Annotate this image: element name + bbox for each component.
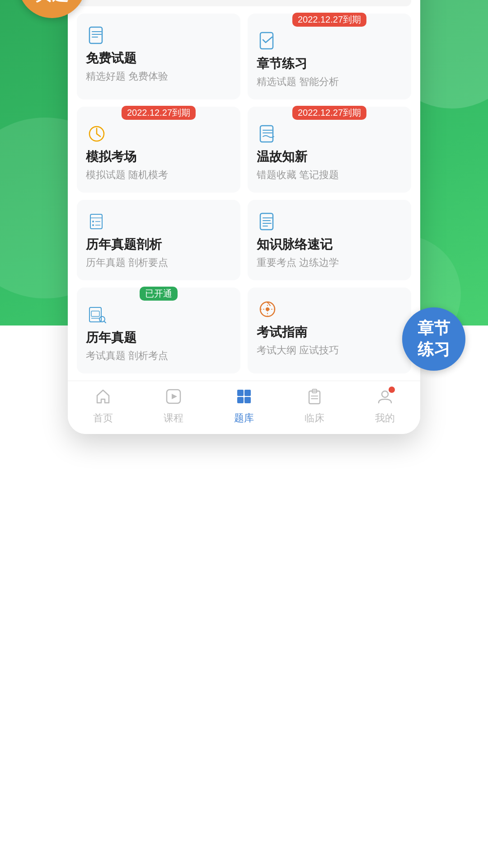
clipboard-list-icon <box>306 388 323 409</box>
past-analysis-icon <box>86 211 108 232</box>
knowledge-desc: 重要考点 边练边学 <box>257 256 402 269</box>
svg-rect-50 <box>244 390 251 396</box>
nav-questions[interactable]: 题库 <box>209 388 279 425</box>
nav-home[interactable]: 首页 <box>68 388 138 425</box>
chapter-title: 章节练习 <box>257 55 402 72</box>
nav-course[interactable]: 课程 <box>138 388 209 425</box>
nav-mine[interactable]: 我的 <box>350 388 420 425</box>
play-icon <box>165 388 182 409</box>
chapter-desc: 精选试题 智能分析 <box>257 75 402 89</box>
user-icon <box>377 388 393 409</box>
feature-grid: 免费试题 精选好题 免费体验 2022.12.27到期 章节练习 精选试题 智能… <box>68 6 420 381</box>
svg-line-22 <box>97 134 100 137</box>
feature-card-chapter[interactable]: 2022.12.27到期 章节练习 精选试题 智能分析 <box>248 14 411 99</box>
svg-rect-52 <box>244 397 251 403</box>
past-exam-title: 历年真题 <box>86 329 231 346</box>
svg-rect-23 <box>260 126 273 142</box>
past-exam-icon <box>86 304 108 326</box>
chapter-badge: 2022.12.27到期 <box>292 13 366 27</box>
feature-card-past-exam[interactable]: 已开通 历年真题 考试真题 剖析考点 <box>77 288 240 373</box>
mock-title: 模拟考场 <box>86 148 231 165</box>
nav-mine-label: 我的 <box>375 411 395 425</box>
past-analysis-title: 历年真题剖析 <box>86 236 231 253</box>
svg-rect-32 <box>260 213 273 230</box>
nav-course-label: 课程 <box>164 411 183 425</box>
nav-clinic-label: 临床 <box>305 411 324 425</box>
svg-rect-15 <box>89 27 102 43</box>
past-analysis-desc: 历年真题 剖析要点 <box>86 256 231 269</box>
app-card: 护理学(护师)-全程特惠班 ∨ <box>68 0 420 434</box>
nav-home-label: 首页 <box>93 411 113 425</box>
svg-marker-48 <box>172 394 177 399</box>
feature-card-review[interactable]: 2022.12.27到期 温故知新 错题收藏 笔记搜题 <box>248 107 411 193</box>
knowledge-icon <box>257 211 278 232</box>
mock-badge: 2022.12.27到期 <box>122 106 196 120</box>
feature-card-knowledge[interactable]: 知识脉络速记 重要考点 边练边学 <box>248 200 411 280</box>
review-icon <box>257 123 278 145</box>
grid-icon <box>236 388 252 409</box>
svg-point-57 <box>382 391 388 397</box>
review-badge: 2022.12.27到期 <box>292 106 366 120</box>
svg-rect-38 <box>91 311 99 316</box>
free-questions-title: 免费试题 <box>86 50 231 67</box>
svg-rect-51 <box>237 397 244 403</box>
review-desc: 错题收藏 笔记搜题 <box>257 168 402 182</box>
feature-card-past-analysis[interactable]: 历年真题剖析 历年真题 剖析要点 <box>77 200 240 280</box>
nav-clinic[interactable]: 临床 <box>279 388 350 425</box>
feature-card-free-questions[interactable]: 免费试题 精选好题 免费体验 <box>77 14 240 99</box>
guide-title: 考试指南 <box>257 324 402 341</box>
svg-point-28 <box>92 221 94 222</box>
review-title: 温故知新 <box>257 148 402 165</box>
svg-rect-19 <box>260 33 273 49</box>
guide-icon <box>257 298 278 320</box>
free-questions-icon <box>86 24 108 46</box>
mock-desc: 模拟试题 随机模考 <box>86 168 231 182</box>
motto-bar: 学而实习之，才能让考试更简单 <box>77 0 411 6</box>
free-questions-desc: 精选好题 免费体验 <box>86 70 231 83</box>
feature-card-guide[interactable]: 考试指南 考试大纲 应试技巧 <box>248 288 411 373</box>
svg-point-45 <box>266 307 269 311</box>
svg-line-41 <box>104 321 106 323</box>
past-exam-desc: 考试真题 剖析考点 <box>86 349 231 363</box>
svg-point-30 <box>92 224 94 226</box>
notification-dot <box>389 387 395 393</box>
float-badge-chapter: 章节 练习 <box>402 307 465 371</box>
guide-desc: 考试大纲 应试技巧 <box>257 344 402 357</box>
feature-card-mock[interactable]: 2022.12.27到期 模拟考场 模拟试题 随机模考 <box>77 107 240 193</box>
nav-questions-label: 题库 <box>234 411 254 425</box>
bottom-nav: 首页 课程 <box>68 381 420 434</box>
knowledge-title: 知识脉络速记 <box>257 236 402 253</box>
svg-rect-49 <box>237 390 244 396</box>
mock-icon <box>86 123 108 145</box>
chapter-icon <box>257 30 278 52</box>
past-exam-badge: 已开通 <box>140 287 178 301</box>
home-icon <box>95 388 111 409</box>
